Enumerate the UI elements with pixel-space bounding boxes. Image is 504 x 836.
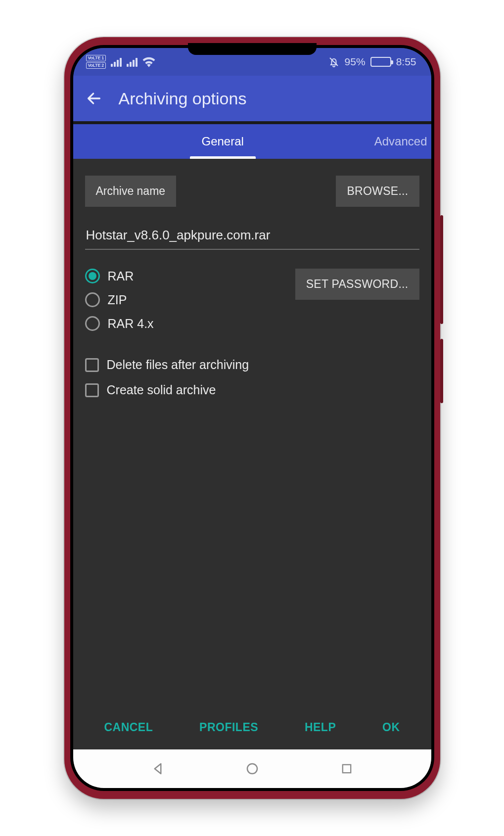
phone-volume-button: [440, 215, 443, 324]
tab-general[interactable]: General: [187, 124, 259, 159]
format-block: RAR ZIP RAR 4.x SET PASSWORD...: [85, 269, 419, 331]
app-bar: Archiving options: [73, 76, 431, 121]
set-password-button[interactable]: SET PASSWORD...: [295, 269, 419, 300]
tab-advanced[interactable]: Advanced: [360, 124, 431, 159]
phone-frame: VoLTE 1 VoLTE 2 95% 8:55: [64, 37, 440, 799]
radio-rar-label: RAR: [108, 269, 134, 283]
nav-recents-icon[interactable]: [337, 759, 357, 779]
battery-icon: [370, 57, 391, 67]
checkbox-solid-archive[interactable]: Create solid archive: [85, 383, 419, 397]
volte-indicators: VoLTE 1 VoLTE 2: [86, 55, 106, 69]
footer-actions: CANCEL PROFILES HELP OK: [73, 705, 431, 749]
radio-icon: [85, 269, 100, 283]
radio-icon: [85, 316, 100, 331]
phone-bezel: VoLTE 1 VoLTE 2 95% 8:55: [70, 45, 434, 791]
status-right: 95% 8:55: [328, 56, 416, 68]
checkbox-group: Delete files after archiving Create soli…: [85, 358, 419, 397]
nav-home-icon[interactable]: [242, 759, 262, 779]
android-nav-bar: [73, 749, 431, 788]
checkbox-icon: [85, 358, 99, 372]
mute-icon: [328, 56, 340, 68]
signal-icon-1: [111, 57, 122, 67]
status-left: VoLTE 1 VoLTE 2: [86, 55, 156, 69]
checkbox-icon: [85, 383, 99, 397]
wifi-icon: [142, 56, 155, 67]
checkbox-delete-after-label: Delete files after archiving: [107, 358, 249, 372]
ok-button[interactable]: OK: [377, 714, 405, 741]
tab-advanced-label: Advanced: [374, 135, 427, 148]
archive-name-input[interactable]: [85, 224, 419, 250]
svg-point-0: [247, 764, 257, 774]
signal-icon-2: [127, 57, 137, 67]
archive-name-row: Archive name BROWSE...: [85, 176, 419, 207]
profiles-button[interactable]: PROFILES: [194, 714, 263, 741]
radio-zip-label: ZIP: [108, 293, 127, 307]
nav-back-icon[interactable]: [148, 759, 168, 779]
volte-badge-1: VoLTE 1: [86, 55, 106, 61]
browse-button[interactable]: BROWSE...: [336, 176, 419, 207]
radio-icon: [85, 292, 100, 307]
phone-notch: [188, 43, 317, 55]
format-radios: RAR ZIP RAR 4.x: [85, 269, 154, 331]
screen: VoLTE 1 VoLTE 2 95% 8:55: [73, 48, 431, 788]
back-button[interactable]: [82, 87, 106, 110]
radio-rar4[interactable]: RAR 4.x: [85, 316, 154, 331]
radio-rar4-label: RAR 4.x: [108, 317, 154, 331]
radio-zip[interactable]: ZIP: [85, 292, 154, 307]
checkbox-delete-after[interactable]: Delete files after archiving: [85, 358, 419, 372]
battery-percent: 95%: [345, 56, 366, 68]
archive-name-label: Archive name: [85, 176, 177, 207]
page-title: Archiving options: [119, 89, 247, 108]
tabs: General Advanced: [73, 124, 431, 159]
svg-rect-1: [342, 765, 350, 773]
radio-rar[interactable]: RAR: [85, 269, 154, 283]
status-time: 8:55: [396, 56, 416, 68]
checkbox-solid-archive-label: Create solid archive: [107, 383, 216, 397]
help-button[interactable]: HELP: [300, 714, 341, 741]
cancel-button[interactable]: CANCEL: [99, 714, 158, 741]
tab-general-label: General: [202, 135, 244, 148]
content: Archive name BROWSE... RAR ZIP: [73, 159, 431, 705]
phone-power-button: [440, 339, 443, 403]
volte-badge-2: VoLTE 2: [86, 62, 106, 69]
